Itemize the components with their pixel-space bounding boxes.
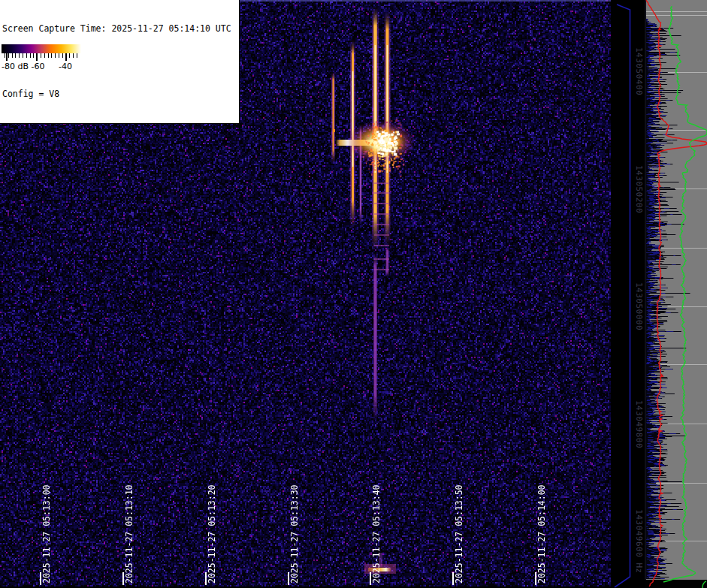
time-label: 2025-11-27 05:13:20 [207, 484, 217, 583]
legend-label-right: -40 [59, 62, 72, 71]
color-gradient-bar [2, 44, 81, 53]
frequency-axis: 1430504001430502001430500001430498001430… [612, 0, 645, 588]
frequency-label: 143050400 [634, 47, 644, 95]
time-label: 2025-11-27 05:13:40 [372, 484, 382, 583]
legend-major-tick [36, 53, 38, 61]
time-label: 2025-11-27 05:13:10 [125, 484, 134, 583]
live-spectrum-panel-canvas [645, 0, 707, 588]
frequency-label: 143050200 [634, 165, 644, 213]
frequency-label: 143049600 Hz [634, 509, 644, 573]
db-color-scale-legend: -80 dB -60 -40 [0, 43, 83, 74]
time-label: 2025-11-27 05:13:30 [290, 484, 300, 583]
time-label: 2025-11-27 05:14:00 [537, 484, 547, 583]
legend-label-left: -80 dB -60 [2, 62, 44, 71]
time-label: 2025-11-27 05:13:50 [455, 484, 464, 583]
legend-major-tick [6, 53, 8, 61]
config-text: Config = V8 [2, 89, 237, 100]
frequency-label: 143049800 [634, 400, 644, 448]
frequency-label: 143050000 [634, 282, 644, 330]
time-label: 2025-11-27 05:13:00 [42, 484, 52, 583]
spectrogram-app-window: 1430504001430502001430500001430498001430… [0, 0, 707, 588]
legend-tick-ruler [5, 53, 80, 58]
capture-time-text: Screen Capture Time: 2025-11-27 05:14:10… [2, 23, 237, 35]
legend-major-tick [65, 53, 67, 61]
